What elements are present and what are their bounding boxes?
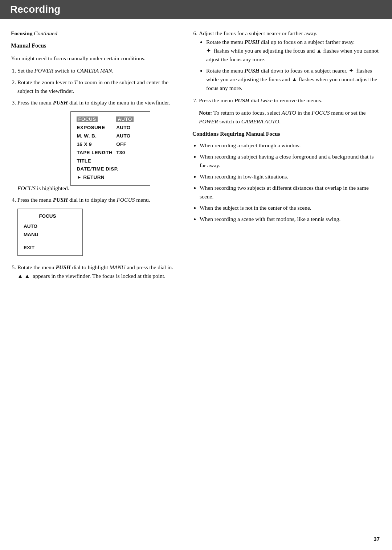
focus-menu-items: AUTO MANU <box>24 222 72 239</box>
focusing-title: Focusing <box>11 30 32 36</box>
menu-box-2: FOCUS AUTO MANU EXIT <box>17 209 83 256</box>
step6b1-symbol1: ✦ <box>206 48 211 54</box>
menu-row-datetime: DATE/TIME DISP. <box>77 165 137 173</box>
step-1: Set the POWER switch to CAMERA MAN. <box>17 66 179 75</box>
step7-push: PUSH <box>234 97 249 103</box>
step-5: Rotate the menu PUSH dial to highlight M… <box>17 263 179 280</box>
right-column: Adjust the focus for a subject nearer or… <box>189 29 381 284</box>
menu-table-1: FOCUS AUTO EXPOSURE AUTO M. W. B. AUTO <box>77 115 137 182</box>
condition-5: When the subject is not in the center of… <box>200 204 381 212</box>
step5-push: PUSH <box>56 264 70 270</box>
note-text: Note: To return to auto focus, select AU… <box>199 108 381 126</box>
menu-label-datetime: DATE/TIME DISP. <box>77 165 137 173</box>
menu-val-16x9: OFF <box>116 140 137 149</box>
menu-row-16x9: 16 X 9 OFF <box>77 140 137 149</box>
menu-label-title: TITLE <box>77 157 137 165</box>
menu-label-exposure: EXPOSURE <box>77 124 116 132</box>
step6b2-symbol2: ▲ <box>291 76 297 82</box>
conditions-list: When recording a subject through a windo… <box>200 141 381 223</box>
step1-power: POWER <box>34 67 54 74</box>
focusing-continued: Continued <box>34 30 57 36</box>
page-header: Recording <box>0 0 392 19</box>
step4-focus: FOCUS <box>117 197 135 203</box>
conditions-section: Conditions Requiring Manual Focus When r… <box>192 130 381 223</box>
right-steps-list: Adjust the focus for a subject nearer or… <box>199 29 381 126</box>
menu-row-tape: TAPE LENGTH T30 <box>77 149 137 157</box>
menu-box-1: FOCUS AUTO EXPOSURE AUTO M. W. B. AUTO <box>70 111 150 186</box>
focus-menu-auto: AUTO <box>24 222 72 231</box>
focus-menu-exit: EXIT <box>24 244 72 252</box>
menu-val-exposure: AUTO <box>116 124 137 132</box>
note-box: Note: To return to auto focus, select AU… <box>199 108 381 126</box>
note-focus: FOCUS <box>311 110 330 116</box>
menu-label-16x9: 16 X 9 <box>77 140 116 149</box>
condition-4: When recording two subjects at different… <box>200 184 381 201</box>
focus-menu-manu: MANU <box>24 231 72 239</box>
main-content: Focusing Continued Manual Focus You migh… <box>0 19 392 306</box>
menu-val-tape: T30 <box>116 149 137 157</box>
step3-push: PUSH <box>53 99 68 106</box>
menu-row-mwb: M. W. B. AUTO <box>77 132 137 140</box>
step3-focus: FOCUS <box>17 185 36 191</box>
menu-label-return: ► RETURN <box>77 173 137 182</box>
page-title: Recording <box>10 4 382 15</box>
step-2: Rotate the zoom lever to T to zoom in on… <box>17 78 179 95</box>
menu-label-tape: TAPE LENGTH <box>77 149 116 157</box>
step-4: Press the menu PUSH dial in to display t… <box>17 196 179 260</box>
condition-6: When recording a scene with fast motions… <box>200 215 381 223</box>
focusing-heading: Focusing Continued <box>11 29 179 38</box>
menu-row-exposure: EXPOSURE AUTO <box>77 124 137 132</box>
step7-twice: twice <box>261 97 273 103</box>
step6-bullet-2: Rotate the menu PUSH dial down to focus … <box>206 66 381 93</box>
menu-row-return: ► RETURN <box>77 173 137 182</box>
conditions-title: Conditions Requiring Manual Focus <box>192 130 381 138</box>
step6-bullet-1: Rotate the menu PUSH dial up to focus on… <box>206 38 381 64</box>
menu-row-focus: FOCUS AUTO <box>77 115 137 124</box>
step6b2-push: PUSH <box>244 67 259 74</box>
intro-text: You might need to focus manually under c… <box>11 54 179 63</box>
step-6: Adjust the focus for a subject nearer or… <box>199 29 381 93</box>
focus-menu-title: FOCUS <box>24 213 72 220</box>
condition-3: When recording in low-light situations. <box>200 172 381 181</box>
step4-push: PUSH <box>53 197 68 203</box>
left-column: Focusing Continued Manual Focus You migh… <box>11 29 189 284</box>
step-7: Press the menu PUSH dial twice to remove… <box>199 96 381 126</box>
page-number: 37 <box>373 536 380 542</box>
menu-label-mwb: M. W. B. <box>77 132 116 140</box>
note-power: POWER <box>199 118 218 124</box>
step6b2-symbol1: ✦ <box>349 67 354 74</box>
step6-bullets: Rotate the menu PUSH dial up to focus on… <box>206 38 381 93</box>
step1-camera-man: CAMERA MAN <box>77 67 112 74</box>
step5-symbols: ▲ ▲ <box>17 273 30 279</box>
note-auto: AUTO <box>282 110 296 116</box>
menu-row-title: TITLE <box>77 157 137 165</box>
step2-t: T <box>74 79 77 85</box>
step6b1-push: PUSH <box>244 39 259 45</box>
step-3: Press the menu PUSH dial in to display t… <box>17 98 179 193</box>
steps-list: Set the POWER switch to CAMERA MAN. Rota… <box>17 66 179 280</box>
menu-val-focus: AUTO <box>116 115 137 124</box>
manual-focus-title: Manual Focus <box>11 41 179 50</box>
step5-manu: MANU <box>110 264 126 270</box>
condition-2: When recording a subject having a close … <box>200 152 381 170</box>
condition-1: When recording a subject through a windo… <box>200 141 381 150</box>
menu-label-focus: FOCUS <box>77 115 116 124</box>
menu-val-mwb: AUTO <box>116 132 137 140</box>
step6b1-symbol2: ▲ <box>316 48 322 54</box>
note-label: Note: <box>199 110 212 116</box>
note-camera-auto: CAMERA AUTO <box>241 118 279 124</box>
